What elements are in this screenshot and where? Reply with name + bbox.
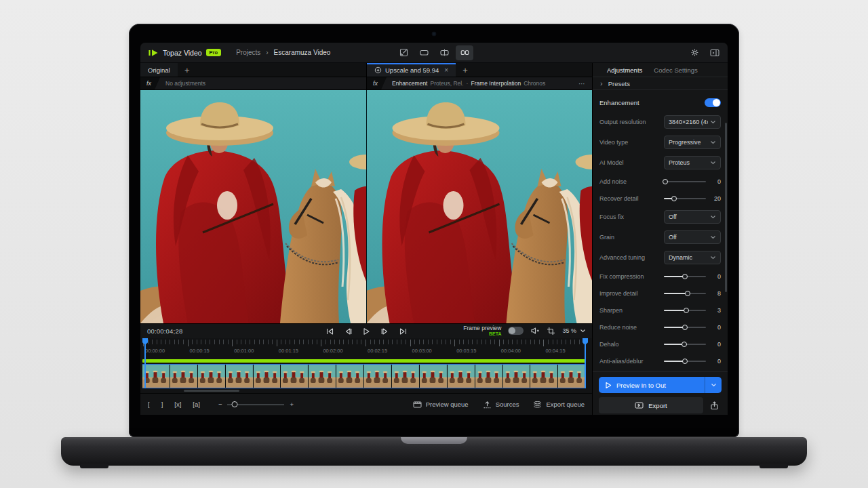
fit-view-button[interactable] [395,45,412,60]
control-label: Recover detail [599,195,664,202]
tab-close-button[interactable]: × [444,66,448,74]
control-label: Focus fix [599,214,664,220]
play-button[interactable] [360,326,372,337]
tab-adjustments[interactable]: Adjustments [607,66,642,74]
filmstrip-thumbnail[interactable] [336,365,364,388]
tab-original[interactable]: Original [140,63,178,77]
sources-button[interactable]: Sources [483,401,519,409]
step-forward-icon [380,327,389,336]
filter-1-detail: Proteus, Rel. [430,80,463,87]
ruler-time-label: 00:00:15 [190,348,210,354]
timeline[interactable]: 00:00:0000:00:1500:01:0000:01:1500:02:00… [140,338,592,389]
slider-add-noise[interactable] [664,178,706,185]
filmstrip-thumbnail[interactable] [226,365,254,388]
next-frame-button[interactable] [378,326,391,337]
clear-in-out-button[interactable]: [x] [174,401,181,408]
ruler-major-tick [366,340,366,346]
dropdown-focus-fix[interactable]: Off [664,210,721,224]
slider-reduce-noise[interactable] [664,324,706,331]
preview-button-label: Preview In to Out [616,382,666,389]
go-to-end-button[interactable] [397,326,409,337]
filmstrip-thumbnail[interactable] [420,365,448,388]
slider-improve-detail[interactable] [664,290,706,297]
set-out-point-button[interactable]: ] [161,401,163,408]
filmstrip[interactable] [142,364,586,388]
filmstrip-thumbnail[interactable] [142,365,170,388]
split-view-button[interactable] [435,45,453,60]
frame-preview-toggle[interactable] [508,327,524,335]
control-label: Advanced tuning [599,254,664,261]
enhancement-label: Enhancement [599,99,639,106]
filmstrip-thumbnail[interactable] [281,365,309,388]
left-add-tab-button[interactable]: + [178,63,197,77]
slider-anti-alias-deblur[interactable] [664,358,706,365]
filmstrip-thumbnail[interactable] [309,365,336,388]
dropdown-video-type[interactable]: Progressive [664,136,721,149]
pro-badge: Pro [206,49,222,57]
settings-sidebar: Adjustments Codec Settings › Presets Enh… [593,63,728,415]
export-queue-button[interactable]: Export queue [533,401,585,409]
preview-options-caret[interactable] [705,377,722,393]
preview-cache-bar [142,359,586,363]
breadcrumb-projects[interactable]: Projects [236,49,260,56]
slider-dehalo[interactable] [664,341,706,348]
filmstrip-thumbnail[interactable] [364,365,392,388]
timeline-ruler[interactable]: 00:00:0000:00:1500:01:0000:01:1500:02:00… [142,339,590,358]
ruler-time-label: 00:02:00 [323,348,342,354]
slider-sharpen[interactable] [664,307,706,314]
dropdown-grain[interactable]: Off [664,230,721,244]
filmstrip-thumbnail[interactable] [503,365,531,388]
control-row-output-resolution: Output resolution3840×2160 (4x … [599,112,721,132]
dropdown-output-resolution[interactable]: 3840×2160 (4x … [664,115,721,129]
export-button[interactable]: Export [599,397,703,413]
tab-upscale[interactable]: Upscale and 59.94 × [367,63,456,77]
timeline-zoom-slider[interactable] [227,404,284,405]
right-filter-bar: fx AI Model Enhancement Proteus, Rel. · … [366,77,592,89]
filter-overflow-button[interactable]: ⋯ [578,80,586,87]
previous-frame-button[interactable] [342,326,354,337]
toggle-sidebar-button[interactable] [710,49,719,57]
timeline-zoom-in-button[interactable]: + [290,401,294,408]
gear-icon [690,48,699,57]
filmstrip-thumbnail[interactable] [170,365,198,388]
sidebar-scrollbar[interactable] [725,123,727,292]
settings-button[interactable] [690,48,699,57]
tab-upscale-label: Upscale and 59.94 [385,66,439,74]
dropdown-ai-model[interactable]: Proteus [664,156,721,169]
preview-queue-label: Preview queue [426,401,469,408]
filmstrip-thumbnail[interactable] [558,365,586,388]
share-button[interactable] [707,398,722,413]
single-view-button[interactable] [415,45,433,60]
timeline-zoom-out-button[interactable]: − [218,401,222,408]
filmstrip-thumbnail[interactable] [530,365,558,388]
filter-1-name[interactable]: Enhancement [392,80,427,87]
filmstrip-thumbnail[interactable] [198,365,226,388]
go-to-start-button[interactable] [323,326,336,337]
side-by-side-view-button[interactable] [456,45,473,60]
dropdown-value: Proteus [669,159,708,166]
right-add-tab-button[interactable]: + [456,63,475,77]
tab-codec-settings[interactable]: Codec Settings [654,66,697,74]
dropdown-advanced-tuning[interactable]: Dynamic [664,251,721,264]
enhanced-video-frame[interactable] [366,90,592,323]
control-label: AI Model [599,159,664,166]
no-adjustments-label: No adjustments [165,80,205,87]
filmstrip-thumbnail[interactable] [254,365,281,388]
filmstrip-thumbnail[interactable] [392,365,420,388]
set-in-point-button[interactable]: [ [148,401,150,408]
timeline-scrollbar[interactable] [140,389,592,393]
presets-section[interactable]: › Presets [593,77,728,90]
dropdown-value: 3840×2160 (4x … [669,119,708,125]
original-video-frame[interactable] [140,90,366,323]
slider-fix-compression[interactable] [664,273,706,280]
filmstrip-thumbnail[interactable] [448,365,475,388]
breadcrumb-current: Escaramuza Video [274,49,331,56]
enhancement-toggle[interactable] [705,98,721,107]
filter-2-name[interactable]: Frame Interpolation [471,80,521,87]
preview-in-to-out-button[interactable]: Preview In to Out [599,377,722,393]
slider-recover-detail[interactable] [664,195,706,202]
select-in-out-button[interactable]: [a] [193,401,200,408]
preview-queue-button[interactable]: Preview queue [413,401,469,408]
filmstrip-thumbnail[interactable] [475,365,503,388]
ruler-time-label: 00:04:00 [501,348,521,354]
